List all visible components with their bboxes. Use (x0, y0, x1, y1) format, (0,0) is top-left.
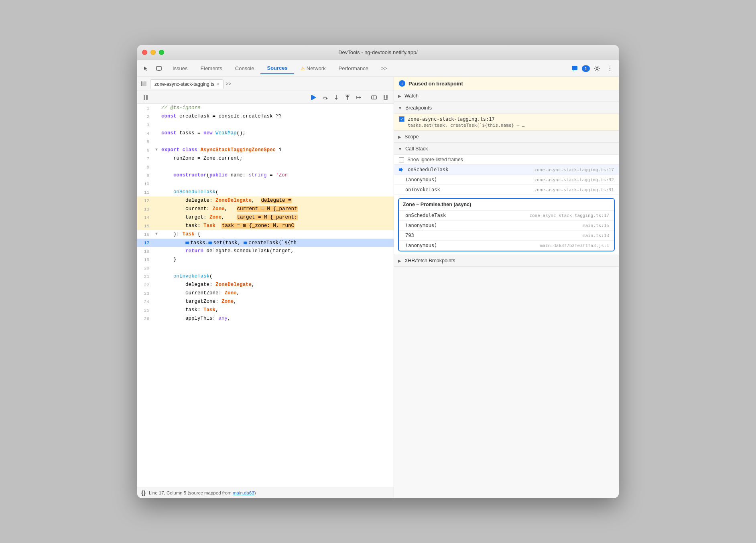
file-tab-zone[interactable]: zone-async-stack-tagging.ts × (150, 79, 224, 89)
debug-controls-right (309, 92, 390, 103)
svg-marker-18 (360, 96, 361, 99)
async-frame-name-2: (anonymous) (405, 223, 437, 228)
breakpoints-header[interactable]: ▼ Breakpoints (394, 102, 619, 114)
code-line-13: 13 current: Zone, current = M {_parent (137, 205, 394, 213)
toolbar-right: 1 ⋮ (569, 63, 616, 74)
step-icon[interactable] (354, 92, 364, 103)
xhr-section: ▶ XHR/fetch Breakpoints (394, 255, 619, 267)
step-over-icon[interactable] (320, 92, 330, 103)
callstack-label: Call Stack (405, 146, 428, 152)
devtools-window: DevTools - ng-devtools.netlify.app/ Issu… (137, 45, 619, 498)
code-area[interactable]: 1 // @ts-ignore 2 const createTask = con… (137, 104, 394, 487)
async-frame-file-3: main.ts:13 (583, 233, 609, 238)
frame-file-2: zone-async-stack-tagging.ts:32 (534, 177, 614, 182)
minimize-button[interactable] (150, 50, 156, 55)
chat-icon[interactable] (569, 63, 580, 74)
tab-console[interactable]: Console (229, 63, 261, 74)
more-tabs-button[interactable]: >> (375, 63, 394, 74)
more-file-tabs[interactable]: >> (224, 79, 233, 89)
tab-bar: Issues Elements Console Sources ⚠ Networ… (166, 63, 567, 74)
ignore-checkbox[interactable] (399, 157, 404, 162)
svg-rect-22 (384, 95, 385, 99)
breakpoint-item: ✓ zone-async-stack-tagging.ts:17 tasks.s… (394, 114, 619, 131)
code-line-20: 20 (137, 264, 394, 272)
tab-performance[interactable]: Performance (332, 63, 374, 74)
pause-exceptions-icon[interactable] (380, 92, 390, 103)
tab-elements[interactable]: Elements (194, 63, 229, 74)
breakpoint-header: i Paused on breakpoint (394, 77, 619, 90)
svg-marker-8 (312, 95, 316, 100)
async-frame-4[interactable]: (anonymous) main.da63f7b2fe3f1fa3.js:1 (399, 241, 614, 251)
xhr-header[interactable]: ▶ XHR/fetch Breakpoints (394, 255, 619, 267)
callstack-frame-2[interactable]: (anonymous) zone-async-stack-tagging.ts:… (394, 175, 619, 185)
scope-header[interactable]: ▶ Scope (394, 131, 619, 143)
code-line-7: 7 runZone = Zone.current; (137, 154, 394, 163)
breakpoints-triangle: ▼ (398, 106, 402, 110)
scope-label: Scope (404, 134, 419, 140)
code-line-14: 14 target: Zone, target = M {_parent: (137, 213, 394, 222)
svg-rect-7 (146, 95, 148, 100)
svg-rect-4 (141, 81, 142, 86)
async-frame-name-1: onScheduleTask (405, 213, 446, 218)
breakpoints-label: Breakpoints (405, 105, 432, 111)
device-icon[interactable] (153, 63, 165, 74)
async-frame-3[interactable]: 793 main.ts:13 (399, 231, 614, 241)
async-frame-2[interactable]: (anonymous) main.ts:15 (399, 221, 614, 231)
format-icon[interactable]: {} (141, 490, 146, 496)
main-layout: zone-async-stack-tagging.ts × >> (137, 77, 619, 498)
traffic-lights (142, 50, 164, 55)
tab-sources[interactable]: Sources (260, 63, 294, 74)
code-line-9: 9 constructor(public name: string = 'Zon (137, 171, 394, 180)
watch-section: ▶ Watch (394, 90, 619, 102)
titlebar: DevTools - ng-devtools.netlify.app/ (137, 45, 619, 60)
source-map-link[interactable]: main.da63 (233, 490, 254, 495)
code-line-5: 5 (137, 138, 394, 146)
cursor-icon[interactable] (140, 63, 152, 74)
file-tab-close[interactable]: × (217, 82, 219, 86)
frame-name-1: onScheduleTask (408, 167, 448, 172)
more-options-icon[interactable]: ⋮ (604, 63, 616, 74)
code-line-4: 4 const tasks = new WeakMap(); (137, 129, 394, 138)
fullscreen-button[interactable] (159, 50, 164, 55)
settings-icon[interactable] (591, 63, 603, 74)
status-text: Line 17, Column 5 (source mapped from ma… (149, 490, 256, 495)
async-frame-name-4: (anonymous) (405, 243, 437, 248)
watch-label: Watch (404, 93, 419, 99)
debug-controls-left (140, 92, 151, 103)
callstack-header[interactable]: ▼ Call Stack (394, 143, 619, 155)
step-into-icon[interactable] (331, 92, 341, 103)
svg-rect-5 (143, 81, 146, 86)
code-line-11: 11 onScheduleTask( (137, 188, 394, 197)
frame-file-1: zone-async-stack-tagging.ts:17 (534, 167, 614, 172)
resume-icon[interactable] (309, 92, 319, 103)
async-frame-file-1: zone-async-stack-tagging.ts:17 (529, 213, 609, 218)
toolbar: Issues Elements Console Sources ⚠ Networ… (137, 60, 619, 77)
callstack-frame-3[interactable]: onInvokeTask zone-async-stack-tagging.ts… (394, 185, 619, 195)
close-button[interactable] (142, 50, 147, 55)
frame-arrow-1 (399, 168, 403, 172)
svg-rect-24 (384, 99, 388, 100)
watch-header[interactable]: ▶ Watch (394, 90, 619, 102)
bp-filename: zone-async-stack-tagging.ts:17 (408, 116, 495, 122)
bp-checkbox[interactable]: ✓ (399, 116, 404, 122)
code-line-17: 17 tasks.set(task, createTask(`${th (137, 239, 394, 247)
sidebar-toggle[interactable] (139, 79, 148, 89)
svg-rect-0 (156, 67, 161, 70)
code-line-12: 12 delegate: ZoneDelegate, delegate = (137, 197, 394, 205)
async-header: Zone – Promise.then (async) (399, 199, 614, 211)
file-tabs: zone-async-stack-tagging.ts × >> (137, 77, 394, 91)
callstack-frame-1[interactable]: onScheduleTask zone-async-stack-tagging.… (394, 165, 619, 175)
scope-triangle: ▶ (398, 135, 401, 139)
async-frame-1[interactable]: onScheduleTask zone-async-stack-tagging.… (399, 211, 614, 221)
code-line-21: 21 onInvokeTask( (137, 272, 394, 281)
frame-name-2: (anonymous) (405, 177, 437, 182)
code-line-6: 6 ▼ export class AsyncStackTaggingZoneSp… (137, 146, 394, 154)
step-out-icon[interactable] (342, 92, 353, 103)
tab-issues[interactable]: Issues (166, 63, 194, 74)
info-icon: i (399, 80, 405, 87)
svg-rect-9 (311, 95, 312, 100)
blackbox-icon[interactable] (369, 92, 379, 103)
tab-network[interactable]: ⚠ Network (294, 63, 332, 74)
code-line-1: 1 // @ts-ignore (137, 104, 394, 112)
pause-nav-icon[interactable] (140, 92, 151, 103)
